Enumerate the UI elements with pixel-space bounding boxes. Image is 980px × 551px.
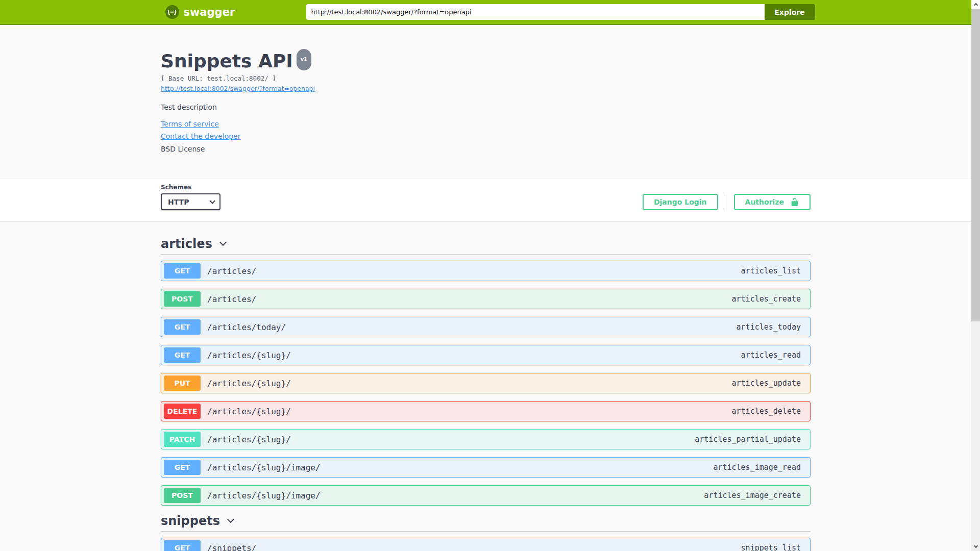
endpoint-row[interactable]: GET /articles/{slug}/ articles_read	[161, 345, 811, 365]
swagger-logo-icon: {⋯}	[165, 5, 179, 19]
method-badge: POST	[164, 291, 201, 307]
endpoint-path: /articles/	[207, 266, 256, 276]
method-badge: GET	[164, 319, 201, 335]
endpoint-path: /articles/{slug}/image/	[207, 491, 321, 500]
method-badge: GET	[164, 347, 201, 363]
operation-id: articles_read	[741, 350, 801, 360]
operation-id: articles_update	[732, 379, 801, 388]
endpoint-path: /articles/today/	[207, 322, 286, 332]
spec-url-input[interactable]	[306, 4, 765, 20]
endpoint-path: /articles/{slug}/	[207, 435, 291, 444]
topbar: {⋯} swagger Explore	[0, 0, 980, 25]
endpoint-row[interactable]: POST /articles/{slug}/image/ articles_im…	[161, 485, 811, 506]
license-label: BSD License	[161, 144, 811, 154]
scrollbar-thumb[interactable]	[971, 9, 980, 321]
authorize-button[interactable]: Authorize	[734, 194, 811, 210]
operation-id: articles_image_read	[713, 463, 801, 472]
django-login-button[interactable]: Django Login	[643, 194, 718, 210]
spec-link[interactable]: http://test.local:8002/swagger/?format=o…	[161, 84, 315, 93]
chevron-down-icon	[227, 516, 234, 523]
endpoint-row[interactable]: DELETE /articles/{slug}/ articles_delete	[161, 401, 811, 421]
operation-id: articles_delete	[732, 407, 801, 416]
method-badge: POST	[164, 488, 201, 503]
method-badge: GET	[164, 540, 201, 551]
explore-form: Explore	[306, 4, 815, 20]
tag-header[interactable]: snippets	[161, 513, 811, 532]
chevron-up-icon	[973, 3, 977, 7]
brand-text: swagger	[184, 6, 235, 18]
auth-divider	[726, 194, 726, 210]
schemes-block: Schemes HTTP	[161, 184, 220, 210]
operation-id: articles_today	[737, 322, 801, 332]
operation-id: snippets_list	[741, 543, 801, 551]
endpoint-row[interactable]: POST /articles/ articles_create	[161, 289, 811, 309]
tag-endpoints: GET /snippets/ snippets_list	[161, 538, 811, 551]
chevron-down-icon	[219, 239, 227, 246]
operation-id: articles_partial_update	[695, 435, 801, 444]
django-login-label: Django Login	[654, 198, 707, 206]
endpoint-row[interactable]: GET /articles/ articles_list	[161, 261, 811, 281]
contact-developer-link[interactable]: Contact the developer	[161, 132, 240, 141]
authorize-label: Authorize	[745, 198, 784, 206]
tag-label: articles	[161, 236, 212, 252]
schemes-label: Schemes	[161, 184, 220, 191]
operation-id: articles_image_create	[704, 491, 801, 500]
endpoint-path: /snippets/	[207, 543, 256, 551]
tag-header[interactable]: articles	[161, 236, 811, 255]
unlock-icon	[790, 197, 799, 207]
endpoint-row[interactable]: GET /articles/{slug}/image/ articles_ima…	[161, 457, 811, 478]
scrollbar[interactable]	[971, 0, 980, 551]
version-badge: v1	[297, 49, 311, 70]
method-badge: PATCH	[164, 432, 201, 447]
auth-wrapper: Django Login Authorize	[643, 194, 811, 210]
endpoint-row[interactable]: GET /snippets/ snippets_list	[161, 538, 811, 551]
swagger-brand-link[interactable]: {⋯} swagger	[165, 5, 235, 19]
scroll-down-button[interactable]	[971, 542, 980, 551]
endpoint-row[interactable]: GET /articles/today/ articles_today	[161, 317, 811, 337]
scheme-container: Schemes HTTP Django Login Authorize	[0, 179, 971, 221]
tag-endpoints: GET /articles/ articles_list POST /artic…	[161, 261, 811, 506]
endpoint-row[interactable]: PATCH /articles/{slug}/ articles_partial…	[161, 429, 811, 449]
explore-button[interactable]: Explore	[765, 4, 815, 20]
method-badge: PUT	[164, 375, 201, 391]
method-badge: GET	[164, 460, 201, 475]
tag-label: snippets	[161, 513, 220, 529]
operations-list: articles GET /articles/ articles_list PO…	[161, 221, 811, 551]
api-title-text: Snippets API	[161, 51, 293, 71]
endpoint-path: /articles/{slug}/	[207, 407, 291, 416]
operation-id: articles_create	[732, 294, 801, 304]
page-title: Snippets APIv1	[161, 52, 811, 73]
terms-of-service-link[interactable]: Terms of service	[161, 119, 219, 129]
method-badge: GET	[164, 263, 201, 279]
endpoint-path: /articles/{slug}/image/	[207, 463, 321, 472]
endpoint-path: /articles/	[207, 294, 256, 304]
info-section: Snippets APIv1 [ Base URL: test.local:80…	[0, 25, 971, 179]
endpoint-row[interactable]: PUT /articles/{slug}/ articles_update	[161, 373, 811, 393]
endpoint-path: /articles/{slug}/	[207, 350, 291, 360]
tag-section-articles: articles GET /articles/ articles_list PO…	[161, 236, 811, 506]
chevron-down-icon	[973, 544, 977, 548]
base-url: [ Base URL: test.local:8002/ ]	[161, 74, 811, 83]
schemes-select[interactable]: HTTP	[161, 193, 220, 210]
tag-section-snippets: snippets GET /snippets/ snippets_list	[161, 513, 811, 551]
endpoint-path: /articles/{slug}/	[207, 379, 291, 388]
api-description: Test description	[161, 103, 811, 112]
method-badge: DELETE	[164, 404, 201, 419]
operation-id: articles_list	[741, 266, 801, 276]
scroll-up-button[interactable]	[971, 0, 980, 9]
